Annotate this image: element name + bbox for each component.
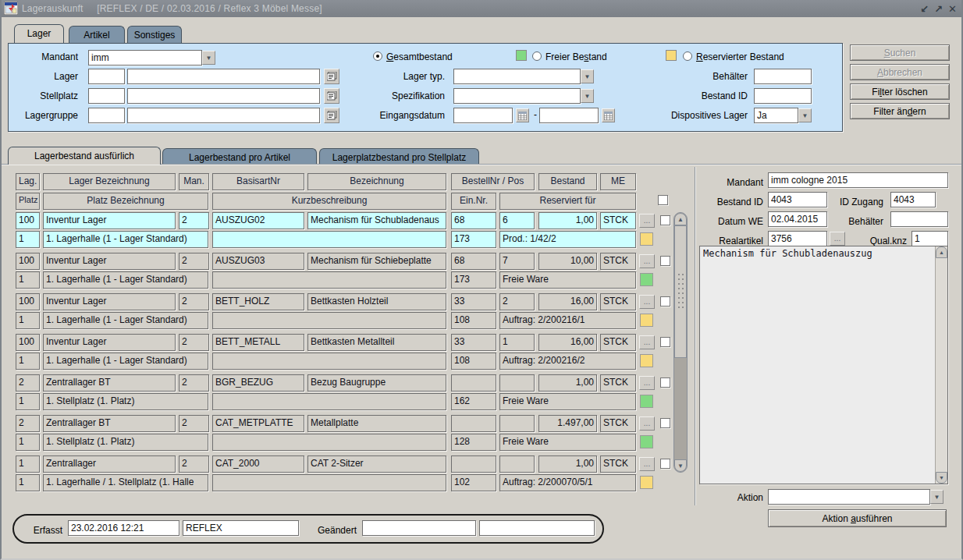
spezifikation-dropdown-icon[interactable]: ▼ — [581, 89, 594, 103]
cell-basisartnr[interactable]: BETT_HOLZ — [212, 293, 304, 310]
col-header-einnr[interactable]: Ein.Nr. — [451, 193, 496, 210]
row-detail-button[interactable]: ... — [639, 214, 655, 228]
cell-bestellnr[interactable]: 68 — [451, 212, 496, 229]
cell-me[interactable]: STCK — [600, 293, 636, 310]
cell-kurzbeschreibung[interactable] — [212, 353, 446, 370]
cell-bezeichnung[interactable]: Bettkasten Metallteil — [307, 334, 446, 351]
cell-bezeichnung[interactable]: Mechanism für Schiebeplatte — [307, 253, 446, 270]
col-header-platz-bezeichnung[interactable]: Platz Bezeichnung — [43, 193, 208, 210]
cell-platz-bezeichnung[interactable]: 1. Lagerhalle / 1. Stellplatz (1. Halle — [43, 474, 208, 491]
cell-basisartnr[interactable]: CAT_2000 — [212, 455, 304, 473]
cell-lag[interactable]: 100 — [16, 293, 40, 310]
col-header-reserviert-fuer[interactable]: Reserviert für — [499, 193, 636, 210]
detail-mandant-field[interactable] — [768, 172, 948, 188]
cell-platz-bezeichnung[interactable]: 1. Stellplatz (1. Platz) — [43, 434, 208, 451]
cell-kurzbeschreibung[interactable] — [212, 312, 446, 329]
cell-basisartnr[interactable]: AUSZUG03 — [212, 253, 304, 270]
stellplatz-lov-button[interactable] — [324, 88, 339, 104]
cell-bezeichnung[interactable]: Mechanism für Schubladenaus — [307, 212, 446, 229]
eingangsdatum-bis-input[interactable] — [539, 108, 599, 123]
detail-id-zugang-field[interactable] — [890, 192, 936, 207]
cell-reserviert-fuer[interactable]: Auftrag: 2/200216/2 — [499, 353, 636, 370]
cell-bestand[interactable]: 16,00 — [538, 334, 597, 351]
cell-pos[interactable]: 7 — [499, 253, 535, 270]
tab-artikel[interactable]: Artikel — [69, 26, 125, 43]
calendar-bis-button[interactable] — [602, 108, 615, 122]
close-icon[interactable]: ✕ — [948, 4, 957, 14]
filter-loeschen-button[interactable]: Filter löschen — [850, 83, 950, 100]
cell-man[interactable]: 2 — [179, 293, 209, 310]
lager-name-input[interactable] — [127, 69, 320, 84]
cell-pos[interactable] — [499, 455, 535, 473]
textarea-scroll-up-icon[interactable]: ▲ — [936, 246, 947, 258]
dispositives-lager-select[interactable] — [754, 108, 798, 123]
row-detail-button[interactable]: ... — [639, 416, 655, 431]
row-detail-button[interactable]: ... — [639, 254, 655, 268]
aktion-ausfuehren-button[interactable]: Aktion ausführen — [768, 509, 947, 527]
cell-kurzbeschreibung[interactable] — [212, 271, 446, 289]
cell-man[interactable]: 2 — [179, 212, 209, 229]
row-checkbox[interactable] — [660, 377, 670, 388]
row-detail-button[interactable]: ... — [639, 335, 655, 349]
cell-basisartnr[interactable]: BGR_BEZUG — [212, 374, 304, 392]
cell-basisartnr[interactable]: CAT_METPLATTE — [212, 415, 304, 432]
table-scrollbar[interactable]: ▲ ▼ — [673, 212, 688, 473]
cell-platz-bezeichnung[interactable]: 1. Lagerhalle (1 - Lager Standard) — [43, 271, 208, 289]
cell-bestellnr[interactable] — [451, 415, 496, 432]
lager-code-input[interactable] — [88, 69, 125, 84]
aktion-dropdown-icon[interactable]: ▼ — [930, 490, 943, 504]
cell-platz[interactable]: 1 — [16, 271, 40, 289]
lagergruppe-name-input[interactable] — [127, 108, 320, 123]
cell-bestellnr[interactable] — [451, 374, 496, 392]
article-description-textarea[interactable]: Mechanism für Schubladenauszug — [699, 246, 948, 484]
minimize-icon[interactable]: ↙ — [920, 4, 929, 14]
tab-lagerbestand-pro-artikel[interactable]: Lagerbestand pro Artikel — [162, 148, 317, 165]
cell-man[interactable]: 2 — [179, 415, 209, 432]
cell-platz-bezeichnung[interactable]: 1. Lagerhalle (1 - Lager Standard) — [43, 231, 208, 248]
cell-lager-bezeichnung[interactable]: Inventur Lager — [43, 334, 176, 351]
cell-einnr[interactable]: 108 — [451, 353, 496, 370]
eingangsdatum-von-input[interactable] — [453, 108, 513, 123]
cell-basisartnr[interactable]: BETT_METALL — [212, 334, 304, 351]
scroll-down-icon[interactable]: ▼ — [674, 459, 687, 472]
cell-pos[interactable]: 1 — [499, 334, 535, 351]
cell-platz-bezeichnung[interactable]: 1. Lagerhalle (1 - Lager Standard) — [43, 353, 208, 370]
cell-lag[interactable]: 100 — [16, 334, 40, 351]
cell-bezeichnung[interactable]: CAT 2-Sitzer — [307, 455, 446, 473]
textarea-scrollbar[interactable]: ▲ ▼ — [935, 246, 947, 484]
stellplatz-code-input[interactable] — [88, 88, 125, 104]
col-header-lag[interactable]: Lag. — [16, 173, 40, 190]
gesamtbestand-radio[interactable] — [373, 51, 382, 61]
cell-platz[interactable]: 1 — [16, 474, 40, 491]
lagergruppe-lov-button[interactable] — [324, 108, 339, 123]
cell-me[interactable]: STCK — [600, 253, 636, 270]
cell-kurzbeschreibung[interactable] — [212, 393, 446, 410]
cell-reserviert-fuer[interactable]: Prod.: 1/42/2 — [499, 231, 636, 248]
erfasst-datum-field[interactable] — [68, 520, 179, 536]
col-header-bestellnr-pos[interactable]: BestellNr / Pos — [451, 173, 535, 190]
row-detail-button[interactable]: ... — [639, 295, 655, 309]
cell-einnr[interactable]: 173 — [451, 271, 496, 289]
mandant-select[interactable] — [88, 50, 202, 66]
cell-kurzbeschreibung[interactable] — [212, 231, 446, 248]
cell-bestand[interactable]: 1,00 — [538, 212, 597, 229]
spezifikation-select[interactable] — [453, 88, 581, 104]
scrollbar-thumb[interactable] — [674, 225, 687, 358]
cell-bestellnr[interactable]: 33 — [451, 293, 496, 310]
cell-platz[interactable]: 1 — [16, 312, 40, 329]
lager-lov-button[interactable] — [324, 69, 339, 84]
cell-bestand[interactable]: 16,00 — [538, 293, 597, 310]
cell-man[interactable]: 2 — [179, 334, 209, 351]
cell-lager-bezeichnung[interactable]: Inventur Lager — [43, 293, 176, 310]
row-checkbox[interactable] — [660, 256, 670, 266]
cell-pos[interactable] — [499, 415, 535, 432]
suchen-button[interactable]: Suchen — [850, 44, 950, 61]
cell-kurzbeschreibung[interactable] — [212, 434, 446, 451]
cell-bestellnr[interactable]: 33 — [451, 334, 496, 351]
cell-pos[interactable] — [499, 374, 535, 392]
cell-bestand[interactable]: 1,00 — [538, 455, 597, 473]
lagertyp-select[interactable] — [453, 69, 581, 84]
textarea-scroll-down-icon[interactable]: ▼ — [936, 472, 947, 484]
cell-kurzbeschreibung[interactable] — [212, 474, 446, 491]
cell-lager-bezeichnung[interactable]: Inventur Lager — [43, 212, 176, 229]
